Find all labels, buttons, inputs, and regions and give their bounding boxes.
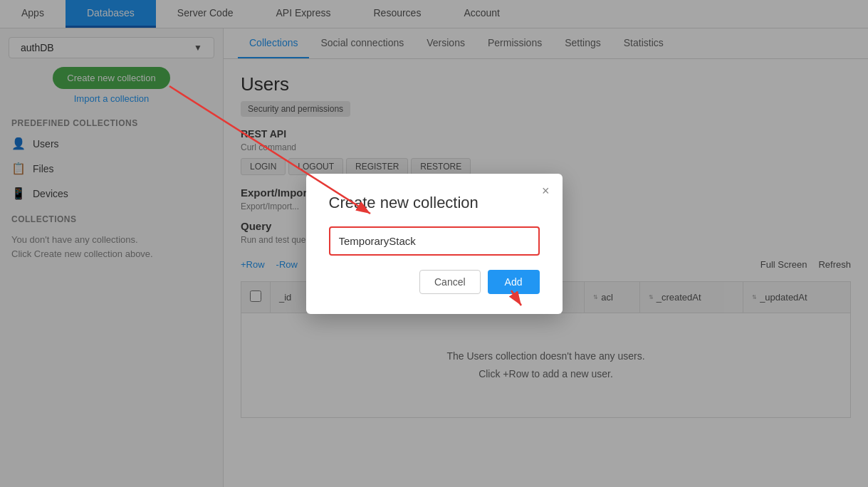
modal-overlay[interactable]: Create new collection × Cancel Add <box>0 0 868 487</box>
cancel-button[interactable]: Cancel <box>419 270 481 294</box>
modal-actions: Cancel Add <box>329 270 540 294</box>
create-collection-modal: Create new collection × Cancel Add <box>306 174 563 314</box>
add-button[interactable]: Add <box>488 270 540 294</box>
modal-title: Create new collection <box>329 194 540 212</box>
collection-name-input[interactable] <box>329 226 540 256</box>
modal-close-button[interactable]: × <box>542 184 550 199</box>
